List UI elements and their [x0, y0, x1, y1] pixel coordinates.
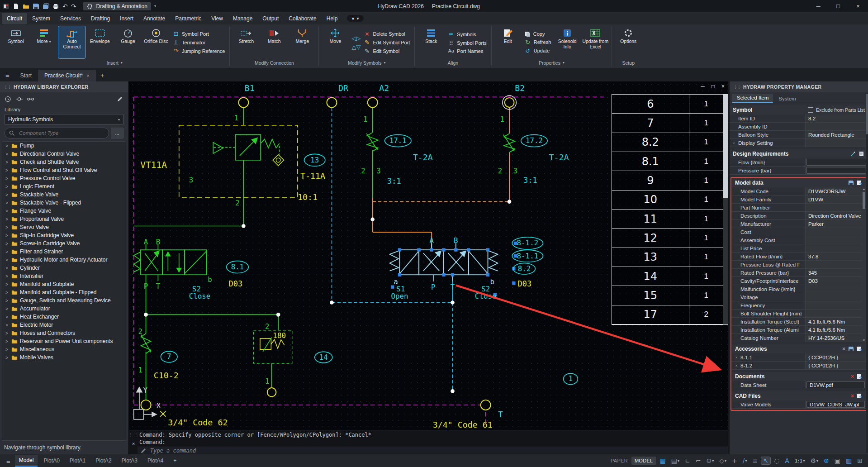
workspace-switching-icon[interactable]: ⚙▾	[808, 457, 820, 464]
tab-view[interactable]: View	[206, 13, 228, 24]
tab-help[interactable]: Help	[322, 13, 343, 24]
expand-chevron-icon[interactable]: >	[5, 331, 9, 336]
edit-properties-button[interactable]: Edit	[494, 26, 522, 58]
property-row[interactable]: Bolt Shoulder Height {mm}	[732, 310, 866, 318]
tab-selected-item[interactable]: Selected Item	[732, 94, 773, 103]
grid-display-icon[interactable]: ▦	[658, 457, 668, 464]
parts-table-row[interactable]: 17 2	[612, 305, 728, 324]
expand-chevron-icon[interactable]: >	[5, 274, 9, 279]
align-symbols-button[interactable]: ≡Symbols	[446, 31, 488, 38]
layout-tab-model[interactable]: Model	[15, 455, 38, 467]
accessory-model[interactable]: { CCP012H }	[806, 362, 866, 369]
property-row[interactable]: Cavity/Footprint/Interface D03	[732, 277, 866, 285]
expand-chevron-icon[interactable]: >	[5, 315, 9, 319]
library-tree-item[interactable]: > Mobile Valves	[2, 353, 126, 362]
library-tree-item[interactable]: > Reservoir and Power Unit components	[2, 337, 126, 345]
clean-screen-icon[interactable]: ⊞	[855, 457, 864, 464]
property-row[interactable]: Manufacturer Parker	[732, 220, 866, 228]
expand-chevron-icon[interactable]: >	[5, 298, 9, 303]
align-symbol-ports-button[interactable]: ⠿Symbol Ports	[446, 39, 488, 47]
property-value[interactable]: 345	[806, 269, 866, 276]
quick-properties-icon[interactable]: ▥	[844, 457, 854, 464]
save-model-icon[interactable]	[848, 180, 854, 186]
new-doc-tab-button[interactable]: +	[96, 70, 109, 81]
document-row[interactable]: Data Sheet D1VW.pdf	[732, 381, 866, 389]
parts-table-row[interactable]: 6 1	[612, 95, 728, 114]
property-row[interactable]: Item ID 8.2	[730, 114, 868, 123]
requirements-form-icon[interactable]	[859, 151, 865, 157]
property-row[interactable]: Pressure {bar}	[730, 167, 868, 175]
object-snap-tracking-icon[interactable]: +	[730, 457, 739, 464]
open-folder-icon[interactable]	[23, 3, 29, 10]
isometric-drafting-icon[interactable]: ◇▾	[717, 457, 728, 464]
table-scrollbar[interactable]	[723, 95, 728, 324]
property-value[interactable]	[806, 244, 866, 252]
envelope-valve-group[interactable]	[179, 125, 298, 197]
parts-table-row[interactable]: 9 1	[612, 171, 728, 190]
expand-chevron-icon[interactable]: >	[5, 339, 9, 344]
polar-tracking-icon[interactable]: ⊙▾	[704, 457, 716, 464]
remove-cad-file-icon[interactable]: ×	[851, 393, 854, 399]
property-input[interactable]	[806, 167, 867, 174]
component-search-box[interactable]	[5, 128, 109, 138]
component-type-input[interactable]	[18, 130, 105, 136]
workspace-caret-icon[interactable]: ▾	[154, 4, 156, 8]
save-all-icon[interactable]	[43, 3, 49, 10]
cad-file-row[interactable]: Valve Models D1VW_CDRS_JW.ipt	[732, 400, 866, 409]
library-tree-item[interactable]: > Slip-In Cartridge Valve	[2, 231, 126, 239]
workspace-switcher[interactable]: Drafting & Annotation	[83, 2, 151, 10]
library-tree-item[interactable]: > Pressure Control Valve	[2, 174, 126, 182]
panel-scrollbar[interactable]	[866, 93, 868, 453]
delete-symbol-button[interactable]: ×Delete Symbol	[361, 30, 412, 38]
property-row[interactable]: Catalog Number HY 14-2536/US	[732, 334, 866, 342]
property-value[interactable]	[806, 293, 866, 301]
parts-table-row[interactable]: 15 1	[612, 286, 728, 305]
parts-list-table[interactable]: 6 1 7 1 8.2 1	[612, 94, 728, 325]
group-label-insert[interactable]: Insert▾	[0, 58, 229, 68]
library-tree-item[interactable]: > Heat Exchanger	[2, 313, 126, 321]
port-connector-icon[interactable]	[27, 96, 34, 102]
property-row[interactable]: Installation Torque (Steel) 4.1 lb.ft./5…	[732, 318, 866, 326]
property-value[interactable]	[806, 139, 868, 147]
doc-tab-practise-circuit[interactable]: Practise Circuit*×	[38, 70, 96, 81]
property-value[interactable]	[806, 123, 868, 130]
auto-connect-button[interactable]: Auto Connect	[58, 26, 85, 58]
parts-table-row[interactable]: 10 1	[612, 191, 728, 210]
parts-table-row[interactable]: 8.2 1	[612, 133, 728, 152]
library-tree-item[interactable]: > Proportional Valve	[2, 215, 126, 223]
library-tree-item[interactable]: > Check and Shuttle Valve	[2, 158, 126, 166]
property-row[interactable]: Frequency	[732, 301, 866, 310]
doc-tab-close-icon[interactable]: ×	[86, 73, 89, 78]
edit-library-icon[interactable]	[117, 96, 123, 102]
tab-manage[interactable]: Manage	[228, 13, 257, 24]
library-tree-item[interactable]: > Flange Valve	[2, 207, 126, 215]
tab-circuit[interactable]: Circuit	[2, 13, 27, 24]
expand-chevron-icon[interactable]: >	[5, 323, 9, 328]
property-value[interactable]: Direction Control Valve	[806, 212, 866, 219]
redo-icon[interactable]: ↷	[71, 3, 76, 10]
property-value[interactable]: Parker	[806, 220, 866, 228]
symbol-port-button[interactable]: ⊡Symbol Port	[171, 30, 227, 38]
save-accessories-icon[interactable]	[848, 346, 854, 352]
annotation-monitor-icon[interactable]: ⊕	[822, 457, 831, 464]
group-label-modify-symbols[interactable]: Modify Symbols▾	[319, 58, 414, 68]
file-tabs-menu-icon[interactable]: ≡	[2, 71, 14, 81]
tab-system[interactable]: System	[774, 95, 800, 103]
property-value[interactable]: 4.1 lb.ft./5.6 Nm	[806, 326, 866, 334]
flip-vertical-button[interactable]: △▽	[350, 43, 360, 51]
export-cad-icon[interactable]	[857, 393, 863, 399]
expand-chevron-icon[interactable]: >	[5, 306, 9, 311]
units-icon[interactable]: ▣	[833, 457, 842, 464]
remove-accessory-icon[interactable]: ×	[842, 346, 845, 352]
drawing-canvas[interactable]: B1 DR A2 B2 1 1 1 3 2 VT11A T-11A 10:1 1…	[129, 81, 728, 430]
expand-chevron-icon[interactable]: >	[5, 160, 9, 165]
maximize-button[interactable]: □	[828, 0, 848, 12]
expand-chevron-icon[interactable]: >	[5, 168, 9, 173]
property-row[interactable]: Assembly Cost	[732, 236, 866, 244]
property-value[interactable]: D1VW	[806, 195, 866, 203]
property-value[interactable]	[806, 310, 866, 317]
library-tree-item[interactable]: > Servo Valve	[2, 223, 126, 231]
library-select[interactable]: Hydraulic Symbols ▾	[5, 114, 123, 125]
library-tree-item[interactable]: > Directional Control Valve	[2, 150, 126, 158]
layout-tab-plota0[interactable]: PlotA0	[39, 455, 63, 466]
